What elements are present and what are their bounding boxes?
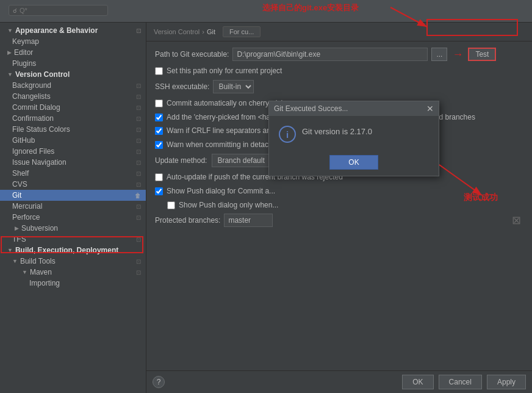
page-icon-trash: 🗑 <box>135 192 141 199</box>
sidebar-item-mercurial[interactable]: Mercurial ⊡ <box>0 201 146 212</box>
protected-label: Protected branches: <box>155 216 220 225</box>
sidebar-item-issue-navigation[interactable]: Issue Navigation ⊡ <box>0 157 146 168</box>
right-panel: Version Control › Git For cu... Path to … <box>146 23 532 393</box>
sidebar-item-plugins[interactable]: Plugins <box>0 58 146 69</box>
ellipsis-button[interactable]: ... <box>431 48 447 61</box>
sidebar-item-background[interactable]: Background ⊡ <box>0 80 146 91</box>
breadcrumb-tab: For cu... <box>223 26 261 37</box>
path-label: Path to Git executable: <box>155 50 229 59</box>
warn-crlf-checkbox[interactable] <box>155 127 163 135</box>
ssh-select[interactable]: Built-in Native <box>213 80 254 93</box>
sidebar-item-perforce[interactable]: Perforce ⊡ <box>0 212 146 223</box>
sidebar-item-shelf[interactable]: Shelf ⊡ <box>0 168 146 179</box>
sidebar-item-ignored-files[interactable]: Ignored Files ⊡ <box>0 146 146 157</box>
search-icon: ☌ <box>13 7 17 14</box>
page-icon: ⊡ <box>136 214 141 221</box>
cancel-button[interactable]: Cancel <box>439 375 482 389</box>
expand-icon-maven: ▼ <box>22 269 27 275</box>
sidebar-item-git[interactable]: Git 🗑 <box>0 190 146 201</box>
page-icon: ⊡ <box>136 93 141 100</box>
page-icon: ⊡ <box>136 82 141 89</box>
page-icon: ⊡ <box>136 104 141 111</box>
sidebar-item-editor[interactable]: ▶ Editor <box>0 47 146 58</box>
sidebar-item-github[interactable]: GitHub ⊡ <box>0 135 146 146</box>
expand-protected-icon: ⊠ <box>512 214 523 227</box>
show-push-row: Show Push dialog for Commit a... <box>155 186 523 196</box>
page-icon: ⊡ <box>136 159 141 166</box>
sidebar-item-appearance[interactable]: ▼ Appearance & Behavior ⊡ <box>0 25 146 36</box>
show-push-only-row: Show Push dialog only when... <box>167 200 523 211</box>
page-icon: ⊡ <box>136 126 141 133</box>
show-push-checkbox[interactable] <box>155 187 163 195</box>
expand-icon-vc: ▼ <box>7 71 13 78</box>
set-path-row: Set this path only for current project <box>155 66 523 76</box>
path-row: Path to Git executable: ... → Test <box>155 48 523 61</box>
page-icon: ⊡ <box>136 269 141 276</box>
modal-body: i Git version is 2.17.0 <box>269 116 439 151</box>
auto-commit-checkbox[interactable] <box>155 99 163 107</box>
dialog-ok-button[interactable]: OK <box>329 155 378 170</box>
settings-content: Path to Git executable: ... → Test Set t… <box>146 41 532 370</box>
main-window: ☌ ▼ Appearance & Behavior ⊡ Keymap ▶ Edi… <box>0 0 532 393</box>
page-icon: ⊡ <box>136 115 141 122</box>
sidebar: ▼ Appearance & Behavior ⊡ Keymap ▶ Edito… <box>0 23 146 393</box>
protected-row: Protected branches: ⊠ <box>155 214 523 227</box>
sidebar-item-confirmation[interactable]: Confirmation ⊡ <box>0 113 146 124</box>
ssh-label: SSH executable: <box>155 82 209 91</box>
ssh-row: SSH executable: Built-in Native <box>155 80 523 93</box>
content-area: ▼ Appearance & Behavior ⊡ Keymap ▶ Edito… <box>0 23 532 393</box>
breadcrumb: Version Control › Git For cu... <box>146 23 532 41</box>
sidebar-item-keymap[interactable]: Keymap <box>0 36 146 47</box>
page-icon: ⊡ <box>136 236 141 243</box>
warn-detached-checkbox[interactable] <box>155 141 163 149</box>
sidebar-item-commit-dialog[interactable]: Commit Dialog ⊡ <box>0 102 146 113</box>
page-icon: ⊡ <box>136 203 141 210</box>
set-path-checkbox[interactable] <box>155 67 163 75</box>
modal-title: Git Executed Succes... <box>274 104 348 113</box>
bottom-bar: ? OK Cancel Apply <box>146 370 532 393</box>
page-icon: ⊡ <box>136 181 141 188</box>
show-push-only-checkbox[interactable] <box>167 201 175 209</box>
expand-icon-build: ▼ <box>7 247 13 253</box>
page-icon: ⊡ <box>136 258 141 265</box>
sidebar-item-version-control[interactable]: ▼ Version Control <box>0 69 146 80</box>
sidebar-item-cvs[interactable]: CVS ⊡ <box>0 179 146 190</box>
sidebar-item-subversion[interactable]: ▶ Subversion <box>0 223 146 234</box>
expand-icon-svn: ▶ <box>15 225 19 231</box>
modal-header: Git Executed Succes... ✕ <box>269 101 439 116</box>
expand-icon: ▼ <box>7 27 13 34</box>
expand-icon-editor: ▶ <box>7 49 12 56</box>
info-icon: i <box>279 126 296 143</box>
page-icon: ⊡ <box>136 170 141 177</box>
page-icon: ⊡ <box>136 27 141 34</box>
top-bar: ☌ <box>0 0 532 23</box>
page-icon: ⊡ <box>136 148 141 155</box>
ok-button[interactable]: OK <box>402 375 433 389</box>
page-icon: ⊡ <box>136 137 141 144</box>
modal-dialog[interactable]: Git Executed Succes... ✕ i Git version i… <box>268 101 439 176</box>
auto-update-checkbox[interactable] <box>155 173 163 181</box>
search-box[interactable]: ☌ <box>9 5 108 16</box>
protected-input[interactable] <box>224 214 273 227</box>
sidebar-item-build-exec[interactable]: ▼ Build, Execution, Deployment <box>0 245 146 256</box>
sidebar-item-build-tools[interactable]: ▼ Build Tools ⊡ <box>0 256 146 267</box>
modal-footer: OK <box>269 151 439 176</box>
help-button[interactable]: ? <box>153 376 165 388</box>
sidebar-item-importing[interactable]: Importing <box>0 278 146 289</box>
expand-icon-build-tools: ▼ <box>12 258 18 264</box>
sidebar-item-changelists[interactable]: Changelists ⊡ <box>0 91 146 102</box>
sidebar-item-file-status-colors[interactable]: File Status Colors ⊡ <box>0 124 146 135</box>
sidebar-item-tfs[interactable]: TFS ⊡ <box>0 234 146 245</box>
sidebar-item-maven[interactable]: ▼ Maven ⊡ <box>0 267 146 278</box>
apply-button[interactable]: Apply <box>487 375 526 389</box>
search-input[interactable] <box>20 7 104 14</box>
add-suffix-checkbox[interactable] <box>155 114 163 121</box>
update-label: Update method: <box>155 156 207 165</box>
path-input[interactable] <box>232 48 428 61</box>
modal-message: Git version is 2.17.0 <box>302 127 372 136</box>
test-button[interactable]: Test <box>468 48 496 61</box>
bottom-left: ? <box>153 376 165 388</box>
close-dialog-button[interactable]: ✕ <box>426 104 434 114</box>
